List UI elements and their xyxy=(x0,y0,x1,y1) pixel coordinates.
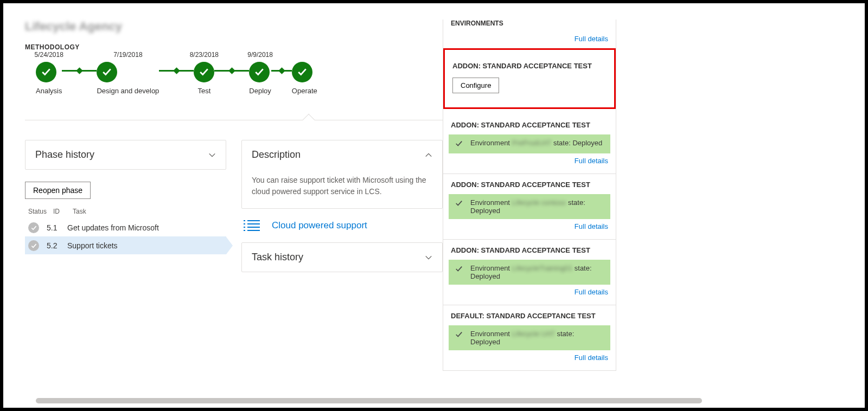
environments-heading: ENVIRONMENTS xyxy=(443,20,616,31)
vertical-scrollbar[interactable] xyxy=(616,74,616,280)
col-status: Status xyxy=(28,208,47,215)
environment-title: ADDON: STANDARD ACCEPTANCE TEST xyxy=(443,240,616,260)
environment-card: ADDON: STANDARD ACCEPTANCE TEST Environm… xyxy=(443,240,616,305)
check-icon xyxy=(455,198,463,209)
check-icon xyxy=(455,264,463,274)
panel-title: Task history xyxy=(252,252,303,263)
configure-button[interactable]: Configure xyxy=(452,78,499,93)
connector xyxy=(62,70,97,72)
step-operate[interactable]: Operate xyxy=(292,62,317,95)
methodology-heading: METHODOLOGY xyxy=(25,43,443,51)
chevron-up-icon xyxy=(425,151,432,159)
check-icon xyxy=(249,62,270,82)
full-details-link[interactable]: Full details xyxy=(443,219,616,236)
chevron-down-icon xyxy=(425,254,432,261)
highlighted-environment: ADDON: STANDARD ACCEPTANCE TEST Configur… xyxy=(443,48,616,109)
task-name: Support tickets xyxy=(67,241,118,250)
connector xyxy=(159,70,194,72)
step-date: 8/23/2018 xyxy=(190,51,219,59)
step-analysis[interactable]: 5/24/2018 Analysis xyxy=(36,62,62,95)
status-text: Environment Lifecycle contoso state: Dep… xyxy=(470,198,604,215)
chevron-down-icon xyxy=(208,151,216,159)
status-text: Environment LifecycleTraining01 state: D… xyxy=(470,264,604,280)
col-id: ID xyxy=(53,208,66,215)
step-test[interactable]: 8/23/2018 Test xyxy=(194,62,214,95)
environment-status: Environment LifecycleTraining01 state: D… xyxy=(449,260,610,285)
horizontal-scrollbar[interactable] xyxy=(36,398,702,403)
description-toggle[interactable]: Description xyxy=(242,140,442,169)
check-icon xyxy=(28,240,39,251)
project-title: Lifecycle Agency xyxy=(25,20,443,34)
step-label: Operate xyxy=(292,87,317,95)
reopen-phase-button[interactable]: Reopen phase xyxy=(25,182,91,199)
task-row[interactable]: 5.1 Get updates from Microsoft xyxy=(25,219,226,236)
task-history-panel: Task history xyxy=(241,242,443,272)
step-label: Design and develop xyxy=(97,87,159,95)
col-task: Task xyxy=(73,208,86,215)
connector xyxy=(214,70,249,72)
task-history-toggle[interactable]: Task history xyxy=(242,243,442,272)
task-table-header: Status ID Task xyxy=(25,208,226,219)
environment-status: Environment Lifecycle UAT state: Deploye… xyxy=(449,325,610,350)
phase-history-toggle[interactable]: Phase history xyxy=(25,140,226,169)
environment-status: Environment PreProdUAT state: Deployed xyxy=(449,134,610,153)
step-date: 5/24/2018 xyxy=(35,51,63,59)
full-details-link[interactable]: Full details xyxy=(443,31,616,48)
description-panel: Description You can raise support ticket… xyxy=(241,140,443,209)
methodology-timeline: 5/24/2018 Analysis 7/19/2018 Design and … xyxy=(36,62,443,95)
environment-card: ADDON: STANDARD ACCEPTANCE TEST Environm… xyxy=(443,174,616,240)
task-id: 5.2 xyxy=(47,241,60,250)
check-icon xyxy=(97,62,117,82)
environment-card: ADDON: STANDARD ACCEPTANCE TEST Environm… xyxy=(443,114,616,174)
check-icon xyxy=(455,139,463,149)
link-label: Cloud powered support xyxy=(272,220,367,231)
task-row[interactable]: 5.2 Support tickets xyxy=(25,236,226,254)
step-label: Analysis xyxy=(36,87,62,95)
cloud-support-link[interactable]: Cloud powered support xyxy=(241,209,443,242)
task-name: Get updates from Microsoft xyxy=(67,223,159,232)
check-icon xyxy=(36,62,56,82)
step-date: 9/9/2018 xyxy=(247,51,273,59)
step-label: Deploy xyxy=(249,87,271,95)
step-date: 7/19/2018 xyxy=(113,51,142,59)
environment-title: ADDON: STANDARD ACCEPTANCE TEST xyxy=(443,114,616,134)
list-icon xyxy=(244,220,260,232)
connector xyxy=(271,70,292,72)
full-details-link[interactable]: Full details xyxy=(443,350,616,367)
status-text: Environment PreProdUAT state: Deployed xyxy=(470,139,602,147)
step-deploy[interactable]: 9/9/2018 Deploy xyxy=(249,62,271,95)
environments-column: ENVIRONMENTS Full details ADDON: STANDAR… xyxy=(443,20,616,371)
task-id: 5.1 xyxy=(47,223,60,232)
environment-card: DEFAULT: STANDARD ACCEPTANCE TEST Enviro… xyxy=(443,305,616,371)
status-text: Environment Lifecycle UAT state: Deploye… xyxy=(470,330,604,346)
step-design[interactable]: 7/19/2018 Design and develop xyxy=(97,62,159,95)
environment-title: ADDON: STANDARD ACCEPTANCE TEST xyxy=(443,174,616,194)
check-icon xyxy=(292,62,312,82)
environment-status: Environment Lifecycle contoso state: Dep… xyxy=(449,194,610,219)
full-details-link[interactable]: Full details xyxy=(443,285,616,301)
description-body: You can raise support ticket with Micros… xyxy=(242,169,442,208)
check-icon xyxy=(194,62,214,82)
panel-title: Phase history xyxy=(35,149,94,160)
full-details-link[interactable]: Full details xyxy=(443,153,616,170)
step-label: Test xyxy=(194,87,214,95)
environment-title: ADDON: STANDARD ACCEPTANCE TEST xyxy=(452,62,607,78)
panel-title: Description xyxy=(252,149,301,160)
check-icon xyxy=(455,330,463,340)
phase-history-panel: Phase history xyxy=(25,140,226,170)
environment-title: DEFAULT: STANDARD ACCEPTANCE TEST xyxy=(443,305,616,325)
check-icon xyxy=(28,222,39,233)
